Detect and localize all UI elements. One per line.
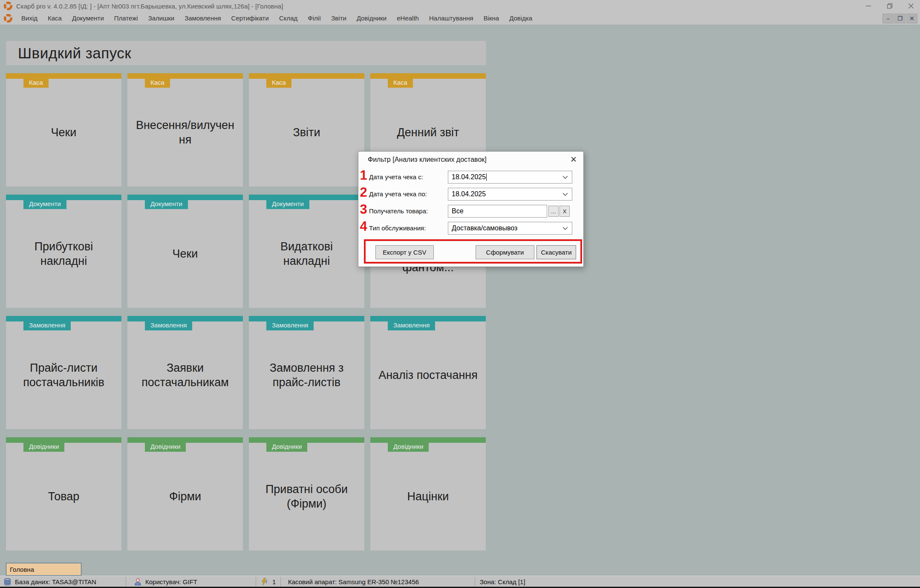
user-text: Користувач: GIFT [145,578,197,585]
tile-label: Звіти [293,126,320,140]
date-from-value: 18.04.2025 [452,173,486,181]
close-icon[interactable] [908,3,914,9]
status-cash-register: Касовий апарат: Samsung ER-350 №123456 [288,576,419,587]
tile-dok-vydatkovi[interactable]: Документи Видаткові накладні [249,195,364,308]
menu-item-dovidnyky[interactable]: Довідники [352,12,392,25]
zone-text: Зона: Склад [1] [480,578,525,585]
chevron-down-icon[interactable] [562,192,568,196]
menu-item-platezhi[interactable]: Платежі [109,12,143,25]
menu-item-ehealth[interactable]: eHealth [392,12,424,25]
status-divider [475,577,475,586]
tile-zam-price-lysty[interactable]: Замовлення Прайс-листи постачальників [6,316,121,429]
tile-label: Чеки [173,247,198,261]
tile-label: Прибуткові накладні [14,240,114,269]
field-row-service-type: Тип обслуживания: Доставка/самовывоз [358,222,583,235]
tile-dok-prybutkovi[interactable]: Документи Прибуткові накладні [6,195,121,308]
status-divider [256,577,256,586]
recipient-browse-button[interactable]: … [548,206,559,217]
field-row-date-to: Дата учета чека по: 18.04.2025 [358,188,583,201]
status-zone: Зона: Склад [1] [480,576,525,587]
field-row-recipient: Получатель товара: Все … X [358,205,583,218]
minimize-icon[interactable] [865,3,871,9]
date-to-label: Дата учета чека по: [369,188,427,201]
date-from-combobox[interactable]: 18.04.2025 [448,171,572,184]
tile-dov-pryvatni-osoby[interactable]: Довідники Приватні особи (Фірми) [249,437,364,551]
status-divider [126,577,126,586]
menu-item-sertyfikaty[interactable]: Сертифікати [226,12,274,25]
dialog-close-icon[interactable]: ✕ [567,153,580,165]
tile-label: Видаткові накладні [257,240,357,269]
tile-label: Товар [48,490,79,504]
mdi-minimize-icon[interactable]: – [883,14,894,23]
connection-icon [261,578,269,586]
app-logo-icon [3,1,13,11]
tile-kasa-zvity[interactable]: Каса Звіти [249,73,364,186]
recipient-label: Получатель товара: [369,205,428,218]
tile-label: Замовлення з прайс-листів [257,361,357,390]
annotation-number-3: 3 [358,202,369,217]
date-to-combobox[interactable]: 18.04.2025 [448,188,572,201]
menu-item-dovidka[interactable]: Довідка [504,12,537,25]
title-bar: Скарб pro v. 4.0.2.85 [ІД: ] - [Апт №003… [0,0,920,12]
annotation-number-4: 4 [358,219,369,234]
menu-item-filii[interactable]: Філії [303,12,326,25]
status-database: База даних: TASA3@TITAN [3,576,96,587]
service-type-combobox[interactable]: Доставка/самовывоз [448,222,572,235]
field-row-date-from: Дата учета чека с: 18.04.2025 [358,171,583,184]
menu-items: Вихід Каса Документи Платежі Залишки Зам… [16,12,537,25]
tile-dov-tovar[interactable]: Довідники Товар [6,437,121,551]
window-title: Скарб pro v. 4.0.2.85 [ІД: ] - [Апт №003… [16,3,283,10]
recipient-clear-button[interactable]: X [559,206,570,217]
tile-zam-z-price-lystiv[interactable]: Замовлення Замовлення з прайс-листів [249,316,364,429]
tile-label: Прайс-листи постачальників [14,361,114,390]
menu-item-sklad[interactable]: Склад [274,12,303,25]
menu-bar: Вихід Каса Документи Платежі Залишки Зам… [0,12,920,25]
mdi-close-icon[interactable]: ✕ [906,14,917,23]
dialog-title-bar[interactable]: Фильтр [Анализ клиентских доставок] ✕ [358,152,583,168]
menu-item-vyhid[interactable]: Вихід [16,12,43,25]
tab-holovna[interactable]: Головна [6,563,81,576]
tile-label: Внесення/вилучення [135,118,236,147]
tile-zam-analiz-postachannya[interactable]: Замовлення Аналіз постачання [370,316,486,429]
database-text: База даних: TASA3@TITAN [15,578,96,585]
tile-label: Фірми [169,490,201,504]
status-bar: База даних: TASA3@TITAN Користувач: GIFT… [0,576,920,587]
database-icon [3,578,12,586]
tile-label: Заявки постачальникам [135,361,236,390]
menu-item-vikna[interactable]: Вікна [479,12,505,25]
tile-dov-natsinky[interactable]: Довідники Націнки [370,437,486,551]
quick-launch-panel-header: Швидкий запуск [6,41,486,65]
status-user: Користувач: GIFT [134,576,197,587]
text-cursor [486,173,487,181]
tile-kasa-vnesennya[interactable]: Каса Внесення/вилучення [127,73,243,186]
tab-label: Головна [10,566,34,573]
tile-label: Чеки [51,126,77,140]
user-icon [134,578,142,586]
service-type-value: Доставка/самовывоз [452,224,517,232]
annotation-rectangle [364,239,582,264]
page-title: Швидкий запуск [18,45,131,62]
connections-count: 1 [272,578,276,585]
tile-zam-zayavky[interactable]: Замовлення Заявки постачальникам [127,316,243,429]
chevron-down-icon[interactable] [562,175,568,179]
menu-item-nalashtuvannya[interactable]: Налаштування [424,12,479,25]
app-window: Скарб pro v. 4.0.2.85 [ІД: ] - [Апт №003… [0,0,920,588]
date-from-label: Дата учета чека с: [369,171,423,184]
tile-kasa-cheky[interactable]: Каса Чеки [6,73,121,186]
tile-label: Денний звіт [397,126,459,140]
menu-item-kasa[interactable]: Каса [43,12,67,25]
menu-item-zalyshky[interactable]: Залишки [143,12,180,25]
recipient-input[interactable]: Все [448,205,547,218]
menu-item-zvity[interactable]: Звіти [326,12,352,25]
annotation-number-2: 2 [358,185,369,200]
mdi-restore-icon[interactable]: ❐ [894,14,906,23]
tile-label: Приватні особи (Фірми) [257,482,357,511]
tile-label: Аналіз постачання [378,368,478,383]
restore-icon[interactable] [887,3,893,9]
tile-label: Націнки [407,490,449,504]
tile-dov-firmy[interactable]: Довідники Фірми [127,437,243,551]
tile-dok-cheky[interactable]: Документи Чеки [127,195,243,308]
menu-item-zamovlennya[interactable]: Замовлення [179,12,226,25]
menu-item-dokumenty[interactable]: Документи [67,12,109,25]
chevron-down-icon[interactable] [562,227,568,230]
